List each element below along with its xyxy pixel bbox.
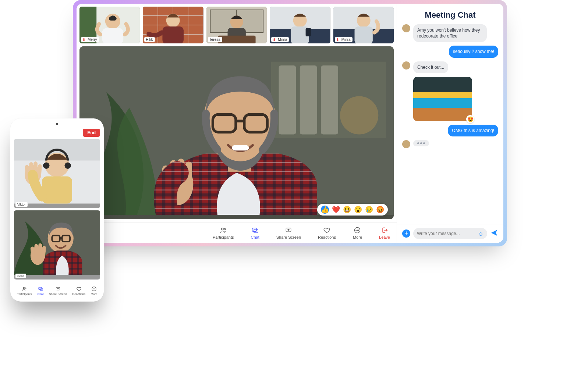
svg-point-86 <box>23 287 24 289</box>
reaction-wow-icon[interactable]: 😮 <box>354 206 362 214</box>
desktop-window: Merry <box>73 0 507 246</box>
participant-name: Sara <box>17 274 24 278</box>
toolbar-label: Participants <box>17 292 32 296</box>
svg-rect-37 <box>279 65 296 134</box>
phone-toolbar: Participants Chat Share Screen Reactions… <box>14 282 100 298</box>
toolbar-label: Share Screen <box>276 235 301 239</box>
svg-rect-39 <box>321 65 338 134</box>
chat-button[interactable]: Chat <box>38 286 44 296</box>
svg-rect-56 <box>254 229 258 232</box>
reactions-button[interactable]: Reactions <box>318 226 336 239</box>
chat-icon <box>251 226 259 234</box>
svg-point-61 <box>358 230 359 231</box>
phone-camera-dot-icon <box>56 123 58 125</box>
svg-rect-13 <box>163 26 184 43</box>
svg-line-85 <box>43 248 44 257</box>
leave-icon <box>380 226 389 234</box>
phone-status-bar <box>14 122 100 127</box>
participant-name-tag: Viktor <box>15 202 28 207</box>
avatar <box>402 24 410 32</box>
chat-message: OMG this is amazing! <box>402 125 498 136</box>
phone-participant-video[interactable]: Viktor <box>14 139 100 208</box>
svg-rect-46 <box>232 145 249 151</box>
chat-input-field[interactable]: ☺ <box>413 228 487 239</box>
reaction-haha-icon[interactable]: 😆 <box>343 206 351 214</box>
chat-title: Meeting Chat <box>397 4 503 24</box>
participant-name: Minra <box>341 38 351 42</box>
video-placeholder <box>14 139 100 204</box>
participant-name-tag: Teresa <box>208 37 222 42</box>
svg-rect-30 <box>354 26 372 43</box>
svg-rect-38 <box>300 65 317 134</box>
reaction-picker[interactable]: 👍 ❤️ 😆 😮 😢 😡 <box>317 204 388 216</box>
more-button[interactable]: More <box>353 226 362 239</box>
desktop-inner: Merry <box>77 4 503 243</box>
reaction-sad-icon[interactable]: 😢 <box>365 206 373 214</box>
chat-message: Amy you won't believe how they redecorat… <box>402 24 498 42</box>
participant-name-tag: Minra <box>335 37 353 42</box>
phone-participant-video[interactable]: Sara <box>14 210 100 280</box>
participants-icon <box>219 226 227 234</box>
svg-point-60 <box>357 230 358 231</box>
participant-name: Minra <box>278 38 287 42</box>
participant-thumb[interactable]: Merry <box>79 7 140 43</box>
toolbar-label: Participants <box>213 235 234 239</box>
chat-message: seriously!? show me! <box>402 46 498 57</box>
participant-name-tag: Merry <box>81 37 99 42</box>
chat-bubble: Check it out... <box>413 61 448 73</box>
reaction-angry-icon[interactable]: 😡 <box>376 206 384 214</box>
reactions-button[interactable]: Reactions <box>72 286 85 296</box>
participant-name: Merry <box>88 38 97 42</box>
svg-point-59 <box>356 230 357 231</box>
chat-send-button[interactable] <box>490 229 498 238</box>
phone-video-list: Viktor <box>14 139 100 280</box>
end-call-button[interactable]: End <box>83 129 100 137</box>
svg-rect-21 <box>218 36 256 43</box>
chat-input[interactable] <box>417 231 478 236</box>
reaction-love-icon[interactable]: ❤️ <box>332 206 340 214</box>
chat-icon <box>38 286 43 292</box>
toolbar-label: Share Screen <box>49 292 67 296</box>
share-screen-button[interactable]: Share Screen <box>49 286 67 296</box>
svg-point-54 <box>224 228 226 230</box>
participant-thumb[interactable]: Rikk <box>143 7 203 43</box>
participants-icon <box>21 286 27 292</box>
more-button[interactable]: More <box>91 286 97 296</box>
participant-name: Viktor <box>17 203 26 206</box>
toolbar-label: Reactions <box>318 235 336 239</box>
active-speaker-video[interactable]: 👍 ❤️ 😆 😮 😢 😡 <box>79 46 394 219</box>
participant-thumb[interactable]: Minra <box>270 7 330 43</box>
participant-thumb[interactable]: Teresa <box>206 7 267 43</box>
share-screen-button[interactable]: Share Screen <box>276 226 301 239</box>
leave-button[interactable]: Leave <box>379 226 390 239</box>
video-placeholder <box>79 46 394 219</box>
svg-line-51 <box>188 165 189 188</box>
participant-name-tag: Sara <box>15 274 26 278</box>
chat-message: Check it out... <box>402 61 498 73</box>
chat-image-attachment[interactable] <box>413 77 472 121</box>
meeting-toolbar: Start Video Participants Chat <box>77 222 397 243</box>
svg-point-93 <box>94 289 94 289</box>
svg-point-65 <box>43 162 50 169</box>
toolbar-label: Reactions <box>72 292 85 296</box>
participant-thumb-row: Merry <box>77 4 397 43</box>
participants-button[interactable]: Participants <box>17 286 32 296</box>
more-icon <box>353 226 361 234</box>
emoji-picker-icon[interactable]: ☺ <box>478 231 483 237</box>
reaction-like-icon[interactable]: 👍 <box>321 206 329 214</box>
heart-icon <box>76 286 82 292</box>
chat-panel: Meeting Chat Amy you won't believe how t… <box>397 4 503 243</box>
chat-message-list[interactable]: Amy you won't believe how they redecorat… <box>397 24 503 224</box>
phone-window: End <box>10 118 104 302</box>
participant-name: Teresa <box>209 38 220 42</box>
chat-add-button[interactable]: + <box>402 229 410 238</box>
avatar <box>402 61 410 70</box>
chat-bubble: seriously!? show me! <box>449 46 498 57</box>
participant-name-tag: Minra <box>271 37 289 42</box>
toolbar-label: More <box>91 292 97 296</box>
participants-button[interactable]: Participants <box>213 226 234 239</box>
participant-thumb[interactable]: Minra <box>333 7 394 43</box>
chat-input-row: + ☺ <box>397 224 503 243</box>
chat-button[interactable]: Chat <box>251 226 259 239</box>
meeting-pane: Merry <box>77 4 397 243</box>
